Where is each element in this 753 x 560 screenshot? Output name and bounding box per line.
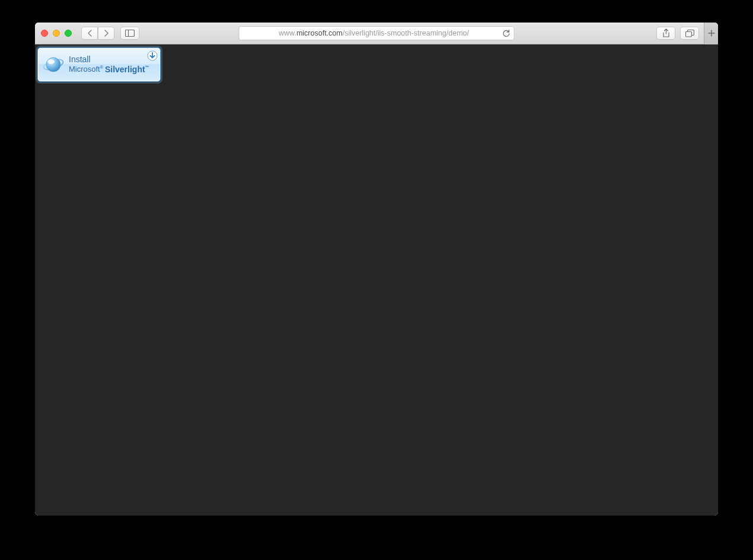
brand-prefix: Microsoft® bbox=[69, 65, 103, 74]
share-icon bbox=[662, 28, 670, 38]
minimize-window-button[interactable] bbox=[53, 30, 60, 37]
url-display: www.microsoft.com/silverlight/iis-smooth… bbox=[245, 29, 503, 37]
svg-point-5 bbox=[47, 59, 55, 64]
safari-toolbar: www.microsoft.com/silverlight/iis-smooth… bbox=[35, 23, 718, 44]
close-window-button[interactable] bbox=[41, 30, 48, 37]
page-content: Install Microsoft® Silverlight™ bbox=[35, 44, 718, 516]
silverlight-badge-text: Install Microsoft® Silverlight™ bbox=[69, 55, 149, 74]
url-domain: microsoft.com bbox=[296, 29, 343, 37]
url-prefix: www. bbox=[279, 29, 296, 37]
download-arrow-icon bbox=[147, 50, 158, 61]
install-label: Install bbox=[69, 55, 149, 64]
svg-point-4 bbox=[46, 57, 60, 72]
forward-button[interactable] bbox=[98, 27, 114, 40]
maximize-window-button[interactable] bbox=[65, 30, 72, 37]
window-controls bbox=[41, 30, 72, 37]
nav-button-group bbox=[81, 27, 114, 40]
silverlight-brand: Microsoft® Silverlight™ bbox=[69, 65, 149, 75]
chevron-right-icon bbox=[104, 30, 109, 37]
sidebar-icon bbox=[125, 30, 135, 37]
address-bar[interactable]: www.microsoft.com/silverlight/iis-smooth… bbox=[239, 26, 515, 40]
tabs-overview-button[interactable] bbox=[680, 27, 699, 40]
sidebar-toggle-button[interactable] bbox=[120, 27, 139, 40]
reload-button[interactable] bbox=[503, 29, 510, 37]
brand-name: Silverlight™ bbox=[105, 65, 149, 74]
tabs-icon bbox=[685, 30, 694, 37]
url-suffix: /silverlight/iis-smooth-streaming/demo/ bbox=[343, 29, 469, 37]
right-toolbar-controls bbox=[656, 23, 712, 44]
back-button[interactable] bbox=[81, 27, 98, 40]
svg-rect-2 bbox=[685, 31, 691, 37]
silverlight-globe-icon bbox=[43, 54, 64, 75]
plus-icon bbox=[708, 30, 715, 37]
reload-icon bbox=[503, 29, 510, 37]
new-tab-button[interactable] bbox=[704, 23, 718, 44]
chevron-left-icon bbox=[87, 30, 92, 37]
share-button[interactable] bbox=[656, 27, 675, 40]
tab-strip-right bbox=[704, 23, 718, 44]
safari-window: www.microsoft.com/silverlight/iis-smooth… bbox=[35, 23, 718, 516]
install-silverlight-badge[interactable]: Install Microsoft® Silverlight™ bbox=[37, 47, 161, 82]
svg-rect-0 bbox=[126, 30, 135, 37]
